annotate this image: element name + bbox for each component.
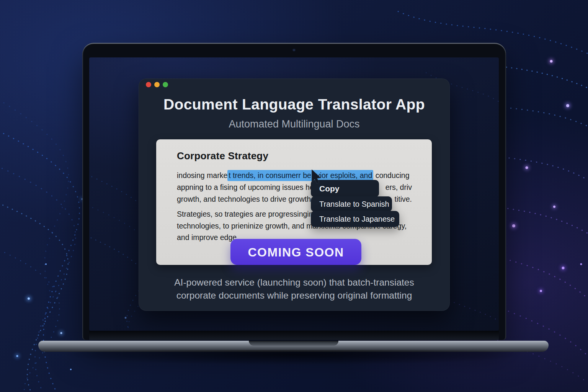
- app-description-line2: corporate documents while preserving ori…: [139, 289, 450, 302]
- traffic-lights: [146, 82, 168, 87]
- traffic-light-minimize[interactable]: [154, 82, 160, 87]
- traffic-light-close[interactable]: [146, 82, 151, 87]
- doc-text-segment: and improve edge: [177, 233, 237, 242]
- context-menu-item-translate-japanese[interactable]: Translate to Japanese: [311, 211, 399, 227]
- app-description: AI-powered service (launching soon) that…: [139, 276, 450, 302]
- app-window: Document Language Translator App Automat…: [139, 78, 450, 311]
- mouse-cursor-icon: [308, 170, 322, 185]
- doc-text-segment: growth, and technologies to drive growth: [177, 195, 311, 203]
- doc-text-segment: ers, driv: [385, 182, 412, 193]
- selected-text[interactable]: t trends, in consumerr berrvior esploits…: [227, 170, 373, 181]
- doc-text-segment: appning to a fising of upcoming issues h…: [177, 183, 314, 191]
- context-menu-item-translate-spanish[interactable]: Translate to Spanish: [311, 196, 392, 212]
- laptop-screen: Document Language Translator App Automat…: [89, 57, 499, 331]
- laptop-lid: Document Language Translator App Automat…: [82, 43, 506, 340]
- doc-line-1: indosing market trends, in consumerr ber…: [177, 170, 412, 181]
- laptop-mockup: Document Language Translator App Automat…: [0, 0, 588, 392]
- laptop-hinge: [89, 331, 499, 340]
- coming-soon-button[interactable]: COMING SOON: [230, 239, 361, 265]
- page-subtitle: Automated Multilingual Docs: [139, 118, 450, 130]
- app-description-line1: AI-powered service (launching soon) that…: [139, 276, 450, 289]
- doc-text-segment: indosing marke: [177, 171, 227, 180]
- doc-text-segment: titive.: [394, 194, 412, 204]
- desktop-background: Document Language Translator App Automat…: [0, 0, 588, 392]
- laptop-shadow: [57, 350, 531, 365]
- doc-text-segment: Strategies, so trategies are progressing…: [177, 210, 313, 218]
- doc-text-segment: conducing: [373, 171, 409, 180]
- laptop-lid-notch: [249, 341, 338, 346]
- traffic-light-zoom[interactable]: [163, 82, 168, 87]
- page-title: Document Language Translator App: [139, 96, 450, 113]
- webcam-dot: [292, 48, 296, 51]
